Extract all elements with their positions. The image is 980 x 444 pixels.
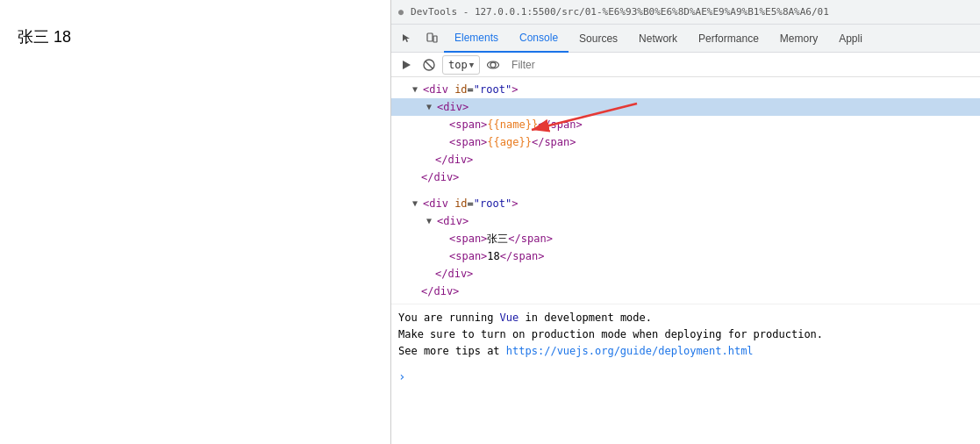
svg-point-5 <box>490 62 496 68</box>
context-dropdown-icon: ▼ <box>469 61 474 69</box>
code-line: </div> <box>391 168 980 186</box>
devtools-panel: ● DevTools - 127.0.0.1:5500/src/01-%E6%9… <box>390 0 980 444</box>
devtools-title: DevTools - 127.0.0.1:5500/src/01-%E6%93%… <box>411 6 829 18</box>
chrome-icon: ● <box>398 7 404 17</box>
page-text: 张三 18 <box>18 28 71 46</box>
vue-message-line3: See more tips at https://vuejs.org/guide… <box>398 343 973 360</box>
code-line: ▼ <div id="root" > <box>391 195 980 212</box>
console-prompt[interactable]: › <box>391 366 980 387</box>
vue-message-link[interactable]: https://vuejs.org/guide/deployment.html <box>506 345 754 357</box>
tab-appli-label: Appli <box>839 32 862 45</box>
tab-network-label: Network <box>639 32 677 45</box>
tab-elements[interactable]: Elements <box>444 25 509 53</box>
console-toolbar: top ▼ <box>391 53 980 77</box>
toggle-icon[interactable]: ▼ <box>426 99 435 115</box>
vue-message-line2: Make sure to turn on production mode whe… <box>398 326 973 343</box>
devtools: ● DevTools - 127.0.0.1:5500/src/01-%E6%9… <box>390 0 980 444</box>
code-line: ▼ <div id="root" > <box>391 81 980 98</box>
code-line: <span>{{name}}</span> <box>391 116 980 133</box>
tab-console[interactable]: Console <box>509 25 569 53</box>
tab-sources[interactable]: Sources <box>569 25 628 53</box>
devtools-titlebar: ● DevTools - 127.0.0.1:5500/src/01-%E6%9… <box>391 0 980 25</box>
svg-marker-2 <box>403 61 411 69</box>
svg-rect-1 <box>433 36 437 42</box>
tab-memory-label: Memory <box>780 32 818 45</box>
code-line: <span>18</span> <box>391 247 980 265</box>
context-selector[interactable]: top ▼ <box>442 55 480 75</box>
code-line: </div> <box>391 283 980 300</box>
tab-console-label: Console <box>519 32 558 44</box>
tab-memory[interactable]: Memory <box>769 25 828 53</box>
prompt-icon: › <box>398 369 405 383</box>
code-line-highlighted: ▼ <div> <box>391 98 980 116</box>
toggle-icon[interactable]: ▼ <box>426 213 435 229</box>
filter-input[interactable] <box>506 59 975 71</box>
code-line: <span>张三</span> <box>391 230 980 247</box>
code-line: <span>{{age}}</span> <box>391 133 980 151</box>
page-content: 张三 18 <box>18 26 71 47</box>
tab-sources-label: Sources <box>579 32 618 45</box>
toggle-icon[interactable]: ▼ <box>412 82 421 97</box>
code-line: </div> <box>391 265 980 283</box>
run-icon[interactable] <box>397 55 416 75</box>
devtools-tabs-bar: Elements Console Sources Network Perform… <box>391 25 980 53</box>
tab-performance-label: Performance <box>698 32 759 45</box>
code-section-rendered: ▼ <div id="root" > ▼ <div> <span>张三</spa… <box>391 195 980 300</box>
console-content: ▼ <div id="root" > ▼ <div> <span>{{name}… <box>391 77 980 444</box>
toggle-icon[interactable]: ▼ <box>412 196 421 211</box>
tab-performance[interactable]: Performance <box>688 25 769 53</box>
left-panel: 张三 18 <box>0 0 390 444</box>
device-icon[interactable] <box>419 26 444 51</box>
eye-icon[interactable] <box>483 55 503 75</box>
code-line: </div> <box>391 151 980 168</box>
svg-line-4 <box>426 61 433 68</box>
cursor-icon[interactable] <box>395 26 419 51</box>
tab-elements-label: Elements <box>454 32 498 44</box>
vue-message: You are running Vue in development mode.… <box>391 304 980 366</box>
tab-network[interactable]: Network <box>628 25 688 53</box>
clear-icon[interactable] <box>419 55 439 75</box>
tab-appli[interactable]: Appli <box>828 25 873 53</box>
code-line: ▼ <div> <box>391 212 980 230</box>
context-label: top <box>448 59 468 71</box>
svg-rect-0 <box>427 33 433 41</box>
vue-message-line1: You are running Vue in development mode. <box>398 310 973 326</box>
code-section-template: ▼ <div id="root" > ▼ <div> <span>{{name}… <box>391 81 980 186</box>
